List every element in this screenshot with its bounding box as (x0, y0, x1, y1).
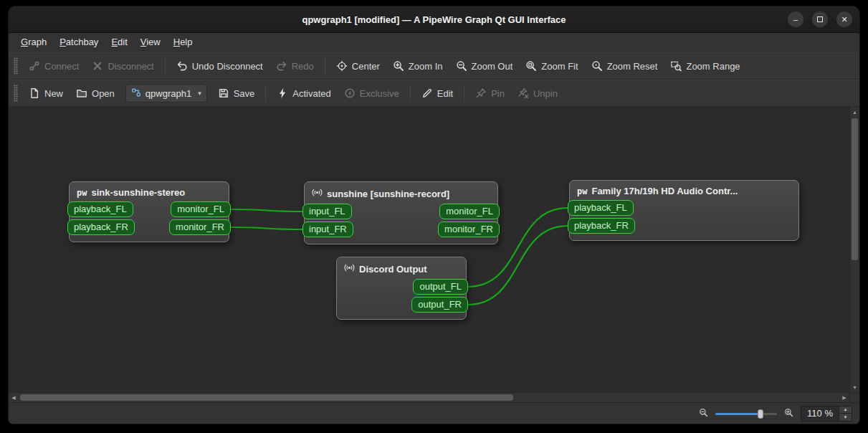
titlebar[interactable]: qpwgraph1 [modified] — A PipeWire Graph … (9, 6, 859, 33)
node-title: Discord Output (359, 264, 427, 275)
open-patchbay-button[interactable]: Open (70, 84, 121, 103)
node-discord-output[interactable]: Discord Output output_FL output_FR (336, 257, 467, 320)
minimize-button[interactable]: – (788, 11, 803, 27)
node-family-hd-audio[interactable]: pw Family 17h/19h HD Audio Contr... play… (569, 180, 799, 241)
port-input[interactable]: playback_FR (568, 218, 635, 234)
toolbar-patchbay: New Open qpwgraph1 ▾ Save Activated Excl… (9, 80, 859, 107)
patchbay-select-value: qpwgraph1 (146, 88, 191, 99)
zoom-reset-button[interactable]: Zoom Reset (585, 57, 664, 75)
stream-icon (344, 262, 355, 275)
open-folder-icon (76, 87, 87, 99)
menu-patchbay[interactable]: Patchbay (53, 33, 105, 52)
zoom-out-button[interactable]: Zoom Out (449, 57, 520, 75)
patchbay-icon (131, 87, 141, 100)
port-input[interactable]: playback_FR (67, 219, 135, 235)
exclusive-icon (344, 87, 356, 99)
node-title: sunshine [sunshine-record] (327, 189, 449, 199)
port-output[interactable]: monitor_FL (439, 204, 500, 219)
save-patchbay-button[interactable]: Save (211, 84, 262, 103)
undo-icon (176, 60, 188, 72)
window-title: qpwgraph1 [modified] — A PipeWire Graph … (302, 14, 566, 25)
toolbar-separator (265, 85, 266, 102)
slider-fill (715, 413, 760, 415)
zoom-spinbox[interactable]: 110 % ▲ ▼ (801, 406, 852, 422)
graph-canvas[interactable]: pw sink-sunshine-stereo playback_FL play… (9, 107, 849, 392)
port-output[interactable]: monitor_FL (171, 201, 231, 217)
slider-handle[interactable] (758, 409, 763, 419)
zoom-range-button[interactable]: Zoom Range (664, 57, 746, 75)
disconnect-icon (92, 60, 103, 72)
connect-button[interactable]: Connect (22, 57, 85, 75)
unpin-icon (518, 87, 529, 99)
exclusive-toggle[interactable]: Exclusive (338, 84, 406, 103)
zoom-out-mini-icon[interactable] (699, 407, 708, 420)
statusbar: 110 % ▲ ▼ (9, 402, 859, 424)
node-sink-sunshine-stereo[interactable]: pw sink-sunshine-stereo playback_FL play… (69, 181, 229, 242)
maximize-button[interactable] (812, 11, 828, 27)
center-button[interactable]: Center (330, 57, 386, 75)
toolbar-drag-handle[interactable] (14, 57, 18, 75)
save-icon (218, 87, 229, 99)
menu-help[interactable]: Help (167, 33, 199, 52)
menu-edit[interactable]: Edit (105, 33, 133, 52)
pencil-icon (421, 87, 433, 99)
toolbar-separator (165, 57, 166, 75)
redo-icon (276, 60, 287, 72)
port-input[interactable]: input_FL (302, 204, 352, 219)
toolbar-separator (410, 85, 411, 102)
close-button[interactable]: ✕ (836, 11, 852, 27)
window-controls: – ✕ (788, 6, 852, 32)
node-title: Family 17h/19h HD Audio Contr... (591, 186, 738, 196)
new-patchbay-button[interactable]: New (22, 84, 70, 103)
scroll-up-arrow[interactable]: ▲ (850, 107, 859, 117)
pipewire-icon: pw (77, 188, 87, 198)
zoom-value[interactable]: 110 % (801, 406, 839, 421)
scroll-right-arrow[interactable]: ▶ (839, 393, 849, 402)
toolbar-drag-handle[interactable] (14, 85, 18, 102)
zoom-in-icon (393, 60, 404, 72)
port-output[interactable]: output_FL (413, 279, 468, 295)
toolbar-separator (325, 57, 325, 75)
disconnect-button[interactable]: Disconnect (85, 57, 160, 75)
zoom-in-mini-icon[interactable] (784, 407, 793, 420)
horizontal-scroll-thumb[interactable] (20, 394, 513, 401)
vertical-scroll-thumb[interactable] (852, 118, 858, 260)
scroll-left-arrow[interactable]: ◀ (9, 393, 19, 402)
connect-icon (29, 60, 40, 72)
zoom-fit-icon (525, 60, 537, 72)
pipewire-icon: pw (577, 186, 587, 196)
lightning-icon (277, 87, 288, 99)
zoom-in-button[interactable]: Zoom In (386, 57, 449, 75)
edit-patchbay-button[interactable]: Edit (415, 84, 459, 103)
port-output[interactable]: monitor_FR (169, 219, 231, 235)
port-input[interactable]: playback_FL (67, 201, 133, 217)
zoom-slider[interactable] (715, 409, 777, 419)
undo-disconnect-button[interactable]: Undo Disconnect (170, 57, 270, 75)
port-output[interactable]: output_FR (411, 297, 468, 313)
scrollbar-corner (849, 392, 859, 402)
zoom-fit-button[interactable]: Zoom Fit (519, 57, 584, 75)
menu-view[interactable]: View (134, 33, 167, 52)
toolbar-separator (464, 85, 464, 102)
app-window: qpwgraph1 [modified] — A PipeWire Graph … (9, 6, 859, 424)
menubar: Graph Patchbay Edit View Help (9, 33, 859, 52)
close-icon: ✕ (841, 16, 847, 24)
maximize-icon (817, 16, 823, 22)
node-sunshine-record[interactable]: sunshine [sunshine-record] input_FL inpu… (304, 181, 498, 244)
spin-down-button[interactable]: ▼ (839, 414, 852, 421)
port-input[interactable]: playback_FL (568, 200, 634, 216)
spin-up-button[interactable]: ▲ (839, 406, 852, 414)
port-output[interactable]: monitor_FR (438, 222, 500, 237)
menu-graph[interactable]: Graph (14, 33, 53, 52)
horizontal-scrollbar[interactable]: ◀ ▶ (9, 392, 849, 402)
pin-button[interactable]: Pin (469, 84, 511, 103)
redo-button[interactable]: Redo (270, 57, 320, 75)
port-input[interactable]: input_FR (302, 222, 353, 237)
scroll-down-arrow[interactable]: ▼ (850, 382, 859, 392)
unpin-button[interactable]: Unpin (511, 84, 564, 103)
connection-edges (9, 107, 849, 392)
node-title: sink-sunshine-stereo (91, 187, 185, 198)
vertical-scrollbar[interactable]: ▲ ▼ (849, 107, 859, 392)
patchbay-select[interactable]: qpwgraph1 ▾ (125, 84, 207, 103)
activated-toggle[interactable]: Activated (270, 84, 337, 103)
